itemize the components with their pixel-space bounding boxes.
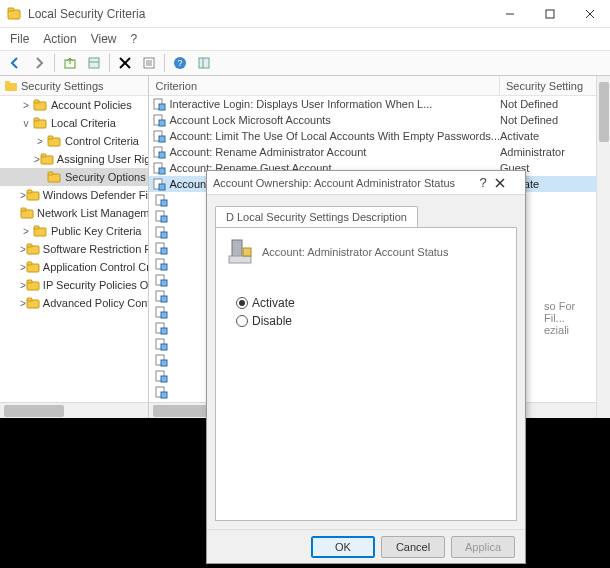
svg-rect-70 — [161, 296, 167, 302]
radio-disable-indicator — [236, 315, 248, 327]
tree-item[interactable]: >Application Control Criteria — [0, 258, 148, 276]
minimize-button[interactable] — [490, 0, 530, 28]
close-button[interactable] — [570, 0, 610, 28]
radio-activate[interactable]: Activate — [236, 296, 506, 310]
tree-item[interactable]: Security Options — [0, 168, 148, 186]
svg-rect-74 — [161, 328, 167, 334]
tree-expander[interactable]: > — [20, 100, 32, 111]
tree-item-label: Security Options — [65, 171, 146, 183]
radio-disable[interactable]: Disable — [236, 314, 506, 328]
up-button[interactable] — [59, 52, 81, 74]
dialog-body: D Local Security Settings Description Ac… — [207, 195, 525, 529]
tree-item[interactable]: >Control Criteria — [0, 132, 148, 150]
policy-icon — [151, 384, 171, 400]
dialog-close-button[interactable] — [495, 178, 519, 188]
apply-button[interactable]: Applica — [451, 536, 515, 558]
svg-rect-56 — [159, 184, 165, 190]
tree-item[interactable]: >Account Policies — [0, 96, 148, 114]
menubar: File Action View ? — [0, 28, 610, 50]
delete-button[interactable] — [114, 52, 136, 74]
show-hide-tree-button[interactable] — [83, 52, 105, 74]
folder-icon — [26, 277, 40, 293]
svg-rect-50 — [159, 136, 165, 142]
export-button[interactable] — [193, 52, 215, 74]
svg-rect-30 — [48, 172, 53, 175]
list-row-label: Interactive Login: Displays User Informa… — [169, 98, 500, 110]
policy-icon — [151, 96, 167, 112]
tree-header[interactable]: Security Settings — [0, 76, 148, 96]
svg-rect-66 — [161, 264, 167, 270]
folder-icon — [20, 205, 34, 221]
dialog-help-button[interactable]: ? — [471, 175, 495, 190]
list-row-value: Not Defined — [500, 114, 610, 126]
menu-action[interactable]: Action — [39, 30, 80, 48]
svg-rect-44 — [27, 298, 32, 301]
tree-item-label: Software Restriction Policy — [43, 243, 149, 255]
policy-icon — [151, 320, 171, 336]
window-title: Local Security Criteria — [28, 7, 490, 21]
folder-icon — [40, 151, 54, 167]
policy-icon — [151, 352, 171, 368]
list-row[interactable]: Account: Rename Administrator AccountAdm… — [149, 144, 610, 160]
list-header: Criterion Security Setting — [149, 76, 610, 96]
menu-view[interactable]: View — [87, 30, 121, 48]
ok-button[interactable]: OK — [311, 536, 375, 558]
radio-disable-label: Disable — [252, 314, 292, 328]
dialog-tab-description[interactable]: D Local Security Settings Description — [215, 206, 418, 227]
svg-rect-68 — [161, 280, 167, 286]
tree-item[interactable]: >IP Security Policies On LoC Computers — [0, 276, 148, 294]
tree-item[interactable]: >Software Restriction Policy — [0, 240, 148, 258]
svg-rect-54 — [159, 168, 165, 174]
tree-expander[interactable]: > — [20, 226, 32, 237]
dialog-button-row: OK Cancel Applica — [207, 529, 525, 563]
svg-rect-17 — [199, 58, 209, 68]
properties-button[interactable] — [138, 52, 160, 74]
list-row-label: Account: Limit The Use Of Local Accounts… — [169, 130, 500, 142]
policy-icon — [151, 400, 171, 402]
folder-icon — [32, 115, 48, 131]
tree-pane: Security Settings >Account PoliciesvLoca… — [0, 76, 149, 418]
menu-help[interactable]: ? — [127, 30, 142, 48]
dialog-tabstrip: D Local Security Settings Description — [215, 203, 517, 227]
svg-rect-89 — [243, 248, 251, 256]
svg-rect-24 — [34, 118, 39, 121]
list-row[interactable]: Account Lock Microsoft AccountsNot Defin… — [149, 112, 610, 128]
policy-icon — [151, 240, 171, 256]
list-row[interactable]: Account: Limit The Use Of Local Accounts… — [149, 128, 610, 144]
help-button[interactable]: ? — [169, 52, 191, 74]
policy-icon — [151, 272, 171, 288]
tree-hscrollbar[interactable] — [0, 402, 148, 418]
cancel-button[interactable]: Cancel — [381, 536, 445, 558]
svg-rect-72 — [161, 312, 167, 318]
folder-icon — [26, 241, 40, 257]
tree-expander[interactable]: > — [34, 136, 46, 147]
radio-activate-indicator — [236, 297, 248, 309]
back-button[interactable] — [4, 52, 26, 74]
menu-file[interactable]: File — [6, 30, 33, 48]
tree-item[interactable]: >Public Key Criteria — [0, 222, 148, 240]
svg-rect-88 — [229, 256, 251, 263]
tree-item[interactable]: Network List Management Policies — [0, 204, 148, 222]
dialog-titlebar: Account Ownership: Account Administrator… — [207, 171, 525, 195]
tree-item-label: Assigning User Rights — [57, 153, 149, 165]
tree-hscroll-thumb[interactable] — [4, 405, 64, 417]
list-vscroll-thumb[interactable] — [599, 82, 609, 142]
svg-rect-62 — [161, 232, 167, 238]
tree-item[interactable]: vLocal Criteria — [0, 114, 148, 132]
policy-icon — [151, 128, 167, 144]
tree-item[interactable]: >Advanced Policy Configuration — [0, 294, 148, 312]
list-ghost-icons — [151, 192, 171, 402]
list-vscrollbar[interactable] — [596, 76, 610, 418]
tree-item[interactable]: >Windows Defender Firewall With Secure — [0, 186, 148, 204]
column-criterion[interactable]: Criterion — [149, 76, 500, 95]
list-row-label: Account: Rename Administrator Account — [169, 146, 500, 158]
forward-button[interactable] — [28, 52, 50, 74]
column-setting[interactable]: Security Setting — [500, 76, 610, 95]
maximize-button[interactable] — [530, 0, 570, 28]
tree-expander[interactable]: v — [20, 118, 32, 129]
svg-rect-3 — [546, 10, 554, 18]
tree-item[interactable]: >Assigning User Rights — [0, 150, 148, 168]
list-row[interactable]: Interactive Login: Displays User Informa… — [149, 96, 610, 112]
list-row-label: Account Lock Microsoft Accounts — [169, 114, 500, 126]
tree-body[interactable]: >Account PoliciesvLocal Criteria>Control… — [0, 96, 148, 402]
